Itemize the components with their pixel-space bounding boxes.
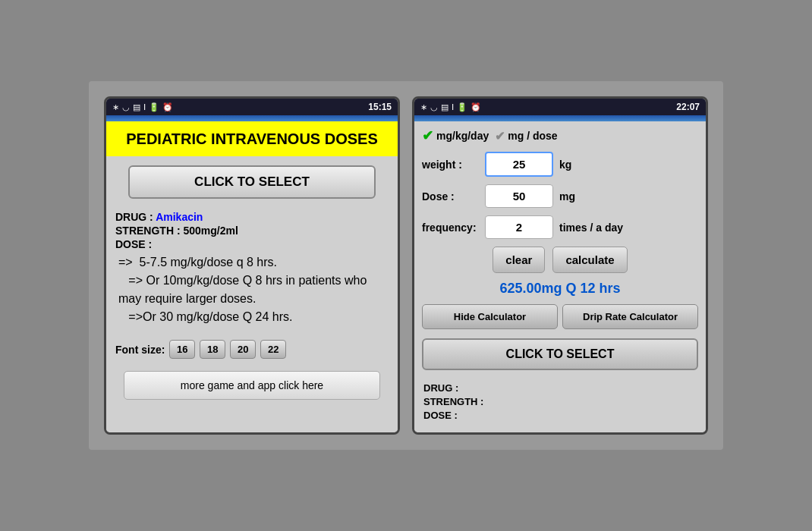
clear-button[interactable]: clear xyxy=(493,247,545,273)
alarm-icon: ⏰ xyxy=(162,102,173,112)
right-status-icons: ∗ ◡ ▤ Ⅰ 🔋 ⏰ xyxy=(420,102,481,112)
strength-label-bottom: STRENGTH : xyxy=(423,396,697,407)
hide-calculator-button[interactable]: Hide Calculator xyxy=(422,304,558,329)
drip-rate-button[interactable]: Drip Rate Calculator xyxy=(562,304,698,329)
right-phone-content: ✔ mg/kg/day ✔ mg / dose weight : kg Dose… xyxy=(414,121,706,432)
drug-info-section: DRUG : Amikacin STRENGTH : 500mg/2ml DOS… xyxy=(106,208,398,337)
weight-input[interactable] xyxy=(485,152,553,177)
check-green-icon[interactable]: ✔ xyxy=(422,127,433,144)
click-to-select-button-right[interactable]: CLICK TO SELECT xyxy=(422,338,698,370)
drug-info-bottom: DRUG : STRENGTH : DOSE : xyxy=(422,379,698,426)
dose-header-label: DOSE : xyxy=(115,238,389,250)
font-size-16[interactable]: 16 xyxy=(169,340,195,359)
frequency-input[interactable] xyxy=(485,215,553,239)
font-size-18[interactable]: 18 xyxy=(200,340,225,359)
wifi-icon-r: ◡ xyxy=(430,102,438,112)
signal-icon: Ⅰ xyxy=(143,102,146,112)
app-title: PEDIATRIC INTRAVENOUS DOSES xyxy=(106,121,398,156)
font-size-22[interactable]: 22 xyxy=(260,340,286,359)
clipboard-icon: ▤ xyxy=(133,102,140,112)
frequency-row: frequency: times / a day xyxy=(422,215,698,239)
checkbox2-label: mg / dose xyxy=(508,130,557,142)
right-blue-bar xyxy=(414,115,706,121)
bluetooth-icon: ∗ xyxy=(112,102,119,112)
left-status-bar: ∗ ◡ ▤ Ⅰ 🔋 ⏰ 15:15 xyxy=(106,99,398,115)
drug-name-value: Amikacin xyxy=(156,211,203,223)
battery-icon-r: 🔋 xyxy=(457,102,467,112)
calc-button-row: clear calculate xyxy=(422,247,698,273)
checkbox-mgdose: ✔ mg / dose xyxy=(495,129,557,143)
bluetooth-icon-r: ∗ xyxy=(420,102,427,112)
strength-line: STRENGTH : 500mg/2ml xyxy=(115,225,389,237)
drug-label-bottom: DRUG : xyxy=(423,382,697,394)
checkbox1-label: mg/kg/day xyxy=(436,130,489,142)
dose-info-label-bottom: DOSE : xyxy=(423,410,697,421)
frequency-unit: times / a day xyxy=(559,222,623,234)
right-phone: ∗ ◡ ▤ Ⅰ 🔋 ⏰ 22:07 ✔ mg/kg/day ✔ mg xyxy=(412,96,708,435)
checkbox-mgkgday: ✔ mg/kg/day xyxy=(422,127,489,144)
dose-input[interactable] xyxy=(485,184,553,208)
right-time: 22:07 xyxy=(676,102,700,112)
weight-unit: kg xyxy=(559,159,571,171)
dose-row: Dose : mg xyxy=(422,184,698,208)
dose-unit: mg xyxy=(559,190,575,203)
result-display: 625.00mg Q 12 hrs xyxy=(422,281,698,297)
left-time: 15:15 xyxy=(368,102,392,112)
more-game-button[interactable]: more game and app click here xyxy=(124,371,380,400)
weight-row: weight : kg xyxy=(422,152,698,177)
font-size-20[interactable]: 20 xyxy=(230,340,256,359)
font-size-label: Font size: xyxy=(115,344,165,356)
dose-row-label: Dose : xyxy=(422,190,479,203)
right-status-bar: ∗ ◡ ▤ Ⅰ 🔋 ⏰ 22:07 xyxy=(414,99,706,115)
left-blue-bar xyxy=(106,115,398,121)
left-status-icons: ∗ ◡ ▤ Ⅰ 🔋 ⏰ xyxy=(112,102,173,112)
drug-name-line: DRUG : Amikacin xyxy=(115,211,389,223)
battery-icon: 🔋 xyxy=(149,102,159,112)
clipboard-icon-r: ▤ xyxy=(441,102,448,112)
checkbox-row: ✔ mg/kg/day ✔ mg / dose xyxy=(422,127,698,144)
frequency-label: frequency: xyxy=(422,222,479,234)
dose-description: => 5-7.5 mg/kg/dose q 8 hrs. => Or 10mg/… xyxy=(115,253,389,326)
weight-label: weight : xyxy=(422,159,479,171)
action-button-row: Hide Calculator Drip Rate Calculator xyxy=(422,304,698,329)
calculator-section: ✔ mg/kg/day ✔ mg / dose weight : kg Dose… xyxy=(414,121,706,432)
check-gray-icon[interactable]: ✔ xyxy=(495,129,505,143)
alarm-icon-r: ⏰ xyxy=(471,102,481,112)
wifi-icon: ◡ xyxy=(122,102,130,112)
font-size-controls: Font size: 16 18 20 22 xyxy=(106,337,398,362)
calculate-button[interactable]: calculate xyxy=(552,247,627,273)
click-to-select-button-left[interactable]: CLICK TO SELECT xyxy=(128,165,376,199)
drug-label: DRUG : xyxy=(115,211,156,223)
signal-icon-r: Ⅰ xyxy=(452,102,454,112)
left-phone: ∗ ◡ ▤ Ⅰ 🔋 ⏰ 15:15 PEDIATRIC INTRAVENOUS … xyxy=(104,96,400,435)
left-phone-content: PEDIATRIC INTRAVENOUS DOSES CLICK TO SEL… xyxy=(106,121,398,432)
